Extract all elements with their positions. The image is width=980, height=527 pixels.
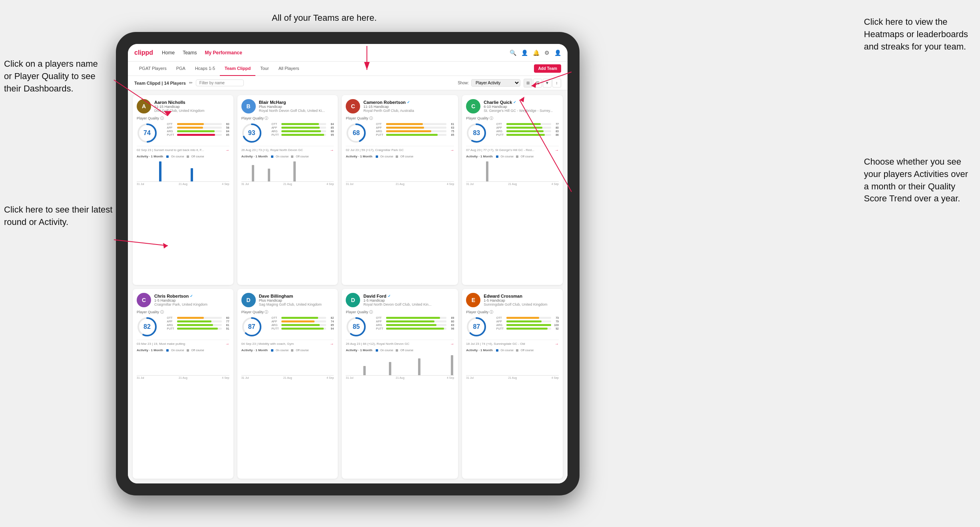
stats-bars: OTT61APP63ARG75PUTT85	[376, 123, 454, 137]
player-club: Royal Perth Golf Club, Australia	[363, 109, 454, 113]
nav-my-performance[interactable]: My Performance	[204, 48, 243, 57]
player-header: DDavid Ford✓1-5 HandicapRoyal North Devo…	[346, 293, 454, 307]
settings-icon[interactable]: ⚙	[544, 50, 550, 56]
stat-label: PUTT	[167, 327, 176, 330]
round-arrow: →	[225, 148, 229, 152]
off-course-legend	[291, 349, 293, 352]
edit-icon[interactable]: ✏	[189, 80, 193, 86]
grid-view-button[interactable]: ⊞	[524, 79, 532, 88]
quality-wrap: Player Quality ⓘ 87	[466, 310, 493, 337]
player-card[interactable]: DDavid Ford✓1-5 HandicapRoyal North Devo…	[342, 289, 458, 479]
player-name[interactable]: Chris Robertson✓	[154, 294, 229, 298]
stat-row: APP85	[271, 126, 334, 129]
last-round[interactable]: 18 Jul 23 | 74 (+4), Sunningdale GC - Ol…	[466, 340, 559, 346]
tab-pgat-players[interactable]: PGAT Players	[134, 62, 171, 76]
user-icon[interactable]: 👤	[521, 50, 528, 56]
last-round[interactable]: 26 Aug 23 | 84 (+12), Royal North Devon …	[346, 340, 454, 346]
avatar-icon[interactable]: 👤	[554, 50, 561, 56]
sort-button[interactable]: ↕	[552, 79, 561, 88]
stat-bar-bg	[177, 317, 222, 319]
player-card[interactable]: CCharlie Quick✓6-10 HandicapSt. George's…	[462, 95, 563, 285]
player-name[interactable]: Dave Billingham	[259, 294, 334, 298]
player-handicap: 11-15 Handicap	[154, 105, 229, 109]
stat-row: APP79	[496, 320, 559, 323]
last-round[interactable]: 03 Mar 23 | 19, Must make putting→	[137, 340, 229, 346]
player-name[interactable]: Edward Crossman	[484, 294, 559, 298]
off-course-legend	[516, 349, 518, 352]
tab-all-players[interactable]: All Players	[274, 62, 304, 76]
quality-circle[interactable]: 87	[241, 316, 262, 337]
player-name[interactable]: Charlie Quick✓	[484, 100, 559, 105]
player-card[interactable]: CChris Robertson✓1-5 HandicapCraigmillar…	[133, 289, 233, 479]
show-select[interactable]: Player Activity Quality Score Trend	[471, 79, 520, 87]
quality-circle[interactable]: 83	[466, 123, 487, 143]
tab-team-clippd[interactable]: Team Clippd	[220, 62, 255, 76]
player-card[interactable]: BBlair McHargPlus HandicapRoyal North De…	[237, 95, 338, 285]
bell-icon[interactable]: 🔔	[533, 50, 540, 56]
avatar: C	[466, 99, 480, 113]
tab-hcaps[interactable]: Hcaps 1-5	[190, 62, 220, 76]
player-card[interactable]: CCameron Robertson✓11-15 HandicapRoyal P…	[342, 95, 458, 285]
stat-label: PUTT	[496, 327, 505, 330]
quality-circle[interactable]: 68	[346, 123, 367, 143]
off-course-legend	[396, 349, 398, 352]
stat-bar-bg	[177, 320, 222, 322]
annotation-top-right: Click here to view the Heatmaps or leade…	[864, 16, 968, 53]
player-name[interactable]: Cameron Robertson✓	[363, 100, 454, 105]
quality-circle[interactable]: 85	[346, 316, 367, 337]
stat-value: 83	[552, 130, 559, 133]
last-round[interactable]: 02 Sep 23 | Sunset round to get back int…	[137, 146, 229, 152]
avatar: A	[137, 99, 151, 113]
off-course-label: Off course	[296, 155, 309, 158]
player-card[interactable]: DDave BillinghamPlus HandicapSag Maging …	[237, 289, 338, 479]
stat-bar-bg	[386, 123, 446, 125]
last-round-text: 02 Jul 23 | 59 (+17), Craigmillar Park G…	[346, 148, 450, 152]
stat-row: ARG103	[496, 324, 559, 326]
chart-label: 31 Jul	[346, 376, 353, 379]
last-round[interactable]: 02 Jul 23 | 59 (+17), Craigmillar Park G…	[346, 146, 454, 152]
stat-label: ARG	[496, 324, 505, 326]
search-input[interactable]	[196, 80, 244, 86]
player-name[interactable]: David Ford✓	[363, 294, 454, 298]
add-team-button[interactable]: Add Team	[534, 64, 561, 73]
off-course-legend	[396, 155, 398, 158]
player-header: CChris Robertson✓1-5 HandicapCraigmillar…	[137, 293, 229, 307]
activity-header: Activity · 1 MonthOn courseOff course	[137, 348, 229, 352]
list-view-button[interactable]: ☰	[533, 79, 542, 88]
tab-tour[interactable]: Tour	[255, 62, 273, 76]
tab-pga[interactable]: PGA	[171, 62, 190, 76]
verified-icon: ✓	[513, 100, 516, 104]
quality-circle[interactable]: 93	[241, 123, 262, 143]
last-round[interactable]: 04 Sep 23 | Mobility with coach, Gym→	[241, 340, 334, 346]
last-round[interactable]: 07 Aug 23 | 77 (+7), St George's Hill GC…	[466, 146, 559, 152]
stat-bar-fill	[281, 324, 319, 326]
stat-label: APP	[167, 320, 176, 323]
stats-bars: OTT60APP58ARG84PUTT85	[167, 123, 229, 137]
nav-home[interactable]: Home	[161, 48, 175, 57]
activity-header: Activity · 1 MonthOn courseOff course	[466, 155, 559, 158]
player-name[interactable]: Aaron Nicholls	[154, 100, 229, 105]
player-name[interactable]: Blair McHarg	[259, 100, 334, 105]
chart-bar	[389, 362, 391, 375]
quality-circle[interactable]: 87	[466, 316, 487, 337]
player-card[interactable]: AAaron Nicholls11-15 HandicapDrift Golf …	[133, 95, 233, 285]
stat-value: 88	[327, 130, 334, 133]
activity-legend: On courseOff course	[271, 349, 309, 352]
stat-row: ARG75	[376, 130, 454, 133]
filter-button[interactable]: ▼	[543, 79, 552, 88]
last-round[interactable]: 26 Aug 23 | 73 (+1), Royal North Devon G…	[241, 146, 334, 152]
stat-bar-fill	[386, 324, 436, 326]
quality-circle[interactable]: 82	[137, 316, 157, 337]
quality-section: Player Quality ⓘ 87 OTT73APP79ARG103PUTT…	[466, 310, 559, 337]
player-card[interactable]: EEdward Crossman1-5 HandicapSunningdale …	[462, 289, 563, 479]
stat-label: ARG	[496, 130, 505, 133]
search-icon[interactable]: 🔍	[510, 50, 516, 56]
quality-circle[interactable]: 74	[137, 123, 157, 143]
stat-label: APP	[167, 126, 176, 129]
nav-teams[interactable]: Teams	[182, 48, 197, 57]
stat-bar-bg	[506, 317, 551, 319]
stat-bar-bg	[386, 320, 446, 322]
stat-value: 95	[327, 133, 334, 136]
stat-label: OTT	[496, 316, 505, 319]
on-course-label: On course	[276, 155, 289, 158]
